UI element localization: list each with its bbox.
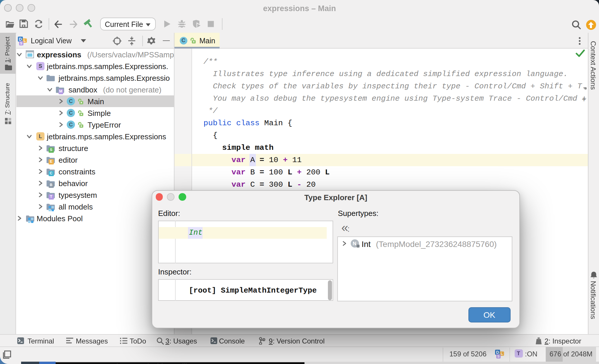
svg-text:D: D xyxy=(19,37,22,41)
svg-text:S: S xyxy=(497,354,500,358)
svg-text:L: L xyxy=(24,38,26,42)
svg-text:L: L xyxy=(501,351,503,356)
svg-text:S: S xyxy=(20,41,23,45)
svg-text:D: D xyxy=(496,350,499,354)
